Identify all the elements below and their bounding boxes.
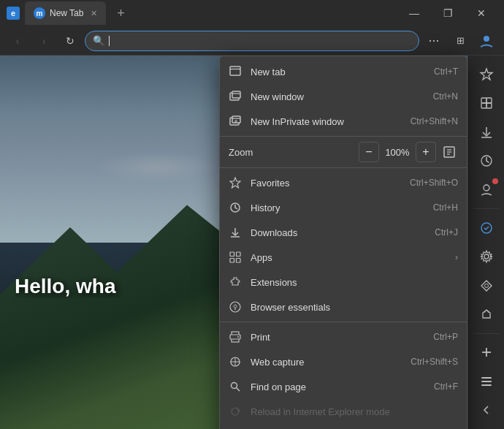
svg-point-31 xyxy=(232,383,237,389)
new-window-menu-icon xyxy=(229,90,242,103)
sidebar-btn-profile[interactable] xyxy=(473,177,500,202)
find-on-page-menu-icon xyxy=(229,380,242,393)
menu-item-new-window[interactable]: New window Ctrl+N xyxy=(220,84,467,109)
menu-item-find-on-page[interactable]: Find on page Ctrl+F xyxy=(220,374,467,399)
minimize-button[interactable]: — xyxy=(397,0,431,26)
apps-menu-icon xyxy=(229,251,242,264)
menu-item-reload-ie: Reload in Internet Explorer mode xyxy=(220,399,467,424)
extensions-button[interactable]: ⊞ xyxy=(448,29,472,53)
sidebar-btn-tools3[interactable] xyxy=(473,301,500,327)
browser-tab[interactable]: m New Tab ✕ xyxy=(25,1,106,25)
window-controls: — ❐ ✕ xyxy=(397,0,498,26)
sidebar-btn-favorites[interactable] xyxy=(473,61,500,87)
history-label: History xyxy=(251,202,424,213)
new-tab-btn[interactable]: + xyxy=(110,3,131,23)
find-on-page-label: Find on page xyxy=(251,381,425,392)
svg-rect-21 xyxy=(230,259,234,263)
print-shortcut: Ctrl+P xyxy=(433,332,458,342)
refresh-button[interactable]: ↻ xyxy=(58,29,82,53)
svg-point-47 xyxy=(484,185,489,191)
menu-item-new-tab[interactable]: New tab Ctrl+T xyxy=(220,59,467,84)
nav-bar: ‹ › ↻ 🔍 ··· ⊞ xyxy=(0,26,504,56)
menu-item-inprivate[interactable]: New InPrivate window Ctrl+Shift+N xyxy=(220,109,467,134)
downloads-shortcut: Ctrl+J xyxy=(435,227,458,238)
sidebar-btn-tools2[interactable] xyxy=(473,273,500,298)
svg-point-50 xyxy=(484,284,488,287)
new-tab-shortcut: Ctrl+T xyxy=(434,67,458,77)
extensions-label: Extensions xyxy=(251,277,458,288)
favorites-menu-icon xyxy=(229,176,242,189)
print-menu-icon xyxy=(229,330,242,343)
close-button[interactable]: ✕ xyxy=(465,0,498,26)
title-bar-left: e m New Tab ✕ + xyxy=(6,1,131,25)
forward-button[interactable]: › xyxy=(32,29,56,53)
sidebar-btn-downloads[interactable] xyxy=(473,119,500,145)
profile-button[interactable] xyxy=(475,29,498,53)
find-on-page-shortcut: Ctrl+F xyxy=(434,381,458,392)
sidebar-btn-tools1[interactable] xyxy=(473,244,500,270)
sidebar-btn-collections[interactable] xyxy=(473,90,500,115)
web-capture-shortcut: Ctrl+Shift+S xyxy=(411,357,458,367)
svg-point-27 xyxy=(237,336,239,338)
menu-item-print[interactable]: Print Ctrl+P xyxy=(220,324,467,349)
context-menu: New tab Ctrl+T New window Ctrl+N xyxy=(219,56,467,429)
tab-favicon: m xyxy=(34,7,45,19)
new-tab-label: New tab xyxy=(251,67,425,77)
zoom-value: 100% xyxy=(383,147,411,158)
favorites-shortcut: Ctrl+Shift+O xyxy=(410,178,458,188)
divider-2 xyxy=(220,167,467,168)
sidebar-btn-toggle[interactable] xyxy=(473,398,500,423)
downloads-label: Downloads xyxy=(251,227,426,238)
svg-point-11 xyxy=(234,120,237,123)
menu-item-extensions[interactable]: Extensions xyxy=(220,270,467,295)
svg-rect-19 xyxy=(230,252,234,257)
tab-close-icon[interactable]: ✕ xyxy=(91,9,97,18)
apps-label: Apps xyxy=(251,252,446,263)
downloads-menu-icon xyxy=(229,226,242,239)
browser-essentials-label: Browser essentials xyxy=(251,302,458,313)
apps-arrow: › xyxy=(455,252,458,262)
inprivate-shortcut: Ctrl+Shift+N xyxy=(411,116,458,126)
new-window-shortcut: Ctrl+N xyxy=(433,91,458,102)
zoom-minus-button[interactable]: − xyxy=(359,142,379,162)
menu-item-favorites[interactable]: Favorites Ctrl+Shift+O xyxy=(220,170,467,195)
inprivate-label: New InPrivate window xyxy=(251,116,402,127)
menu-item-apps[interactable]: Apps › xyxy=(220,245,467,270)
svg-rect-53 xyxy=(481,377,492,379)
svg-rect-6 xyxy=(232,91,240,98)
menu-item-web-capture[interactable]: Web capture Ctrl+Shift+S xyxy=(220,349,467,374)
content-area: Hello, wha New tab Ctrl+T Ne xyxy=(0,56,504,429)
menu-item-browser-essentials[interactable]: Browser essentials xyxy=(220,295,467,319)
zoom-plus-button[interactable]: + xyxy=(416,142,436,162)
sidebar-btn-settings[interactable] xyxy=(473,368,500,394)
zoom-label: Zoom xyxy=(229,147,354,158)
web-capture-menu-icon xyxy=(229,355,242,368)
svg-rect-55 xyxy=(481,384,492,386)
svg-rect-44 xyxy=(486,103,492,108)
sidebar-btn-add[interactable] xyxy=(473,340,500,365)
history-shortcut: Ctrl+H xyxy=(433,202,458,213)
reload-ie-label: Reload in Internet Explorer mode xyxy=(251,406,458,417)
menu-item-downloads[interactable]: Downloads Ctrl+J xyxy=(220,220,467,245)
maximize-button[interactable]: ❐ xyxy=(431,0,465,26)
svg-line-32 xyxy=(237,388,240,392)
zoom-expand-button[interactable] xyxy=(440,143,458,161)
sidebar-divider-1 xyxy=(473,208,498,209)
svg-rect-43 xyxy=(481,103,486,108)
address-bar[interactable]: 🔍 xyxy=(85,31,419,51)
inprivate-menu-icon xyxy=(229,115,242,128)
sidebar-btn-history[interactable] xyxy=(473,148,500,173)
more-options-button[interactable]: ··· xyxy=(422,29,446,53)
sidebar-btn-copilot[interactable] xyxy=(473,215,500,240)
address-cursor xyxy=(109,36,110,46)
hero-text: Hello, wha xyxy=(15,275,161,298)
menu-item-more-tools[interactable]: More tools › xyxy=(220,424,467,429)
reload-ie-menu-icon xyxy=(229,405,242,418)
svg-rect-3 xyxy=(230,67,240,75)
menu-item-history[interactable]: History Ctrl+H xyxy=(220,195,467,220)
svg-rect-22 xyxy=(237,259,241,263)
history-menu-icon xyxy=(229,201,242,214)
back-button[interactable]: ‹ xyxy=(6,29,29,53)
new-tab-menu-icon xyxy=(229,65,242,78)
sidebar-divider-2 xyxy=(473,333,498,334)
